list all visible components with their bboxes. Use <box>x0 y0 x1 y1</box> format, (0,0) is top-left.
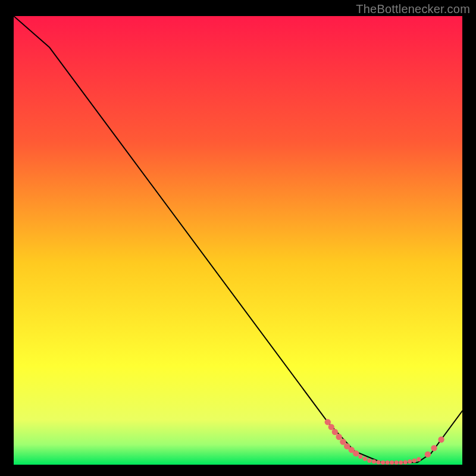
marker-dot <box>363 457 367 461</box>
marker-dot <box>353 450 359 456</box>
marker-dot <box>325 419 331 425</box>
gradient-background <box>14 16 462 465</box>
chart-stage: TheBottlenecker.com <box>0 0 476 476</box>
marker-dot <box>431 445 437 451</box>
chart-svg <box>14 16 462 465</box>
plot-area <box>14 16 462 465</box>
marker-dot <box>438 437 444 443</box>
marker-dot <box>399 461 403 465</box>
marker-dot <box>358 455 362 459</box>
marker-dot <box>416 457 421 461</box>
marker-dot <box>385 461 389 465</box>
marker-dot <box>403 460 408 464</box>
marker-dot <box>336 434 342 440</box>
attribution-text: TheBottlenecker.com <box>356 2 470 16</box>
marker-dot <box>412 459 416 463</box>
marker-dot <box>408 459 412 464</box>
marker-dot <box>381 461 385 465</box>
marker-dot <box>332 429 338 435</box>
marker-dot <box>394 461 399 465</box>
marker-dot <box>390 461 394 465</box>
marker-dot <box>376 460 380 464</box>
marker-dot <box>328 424 334 430</box>
marker-dot <box>372 459 376 464</box>
marker-dot <box>367 459 371 463</box>
marker-dot <box>425 451 431 457</box>
